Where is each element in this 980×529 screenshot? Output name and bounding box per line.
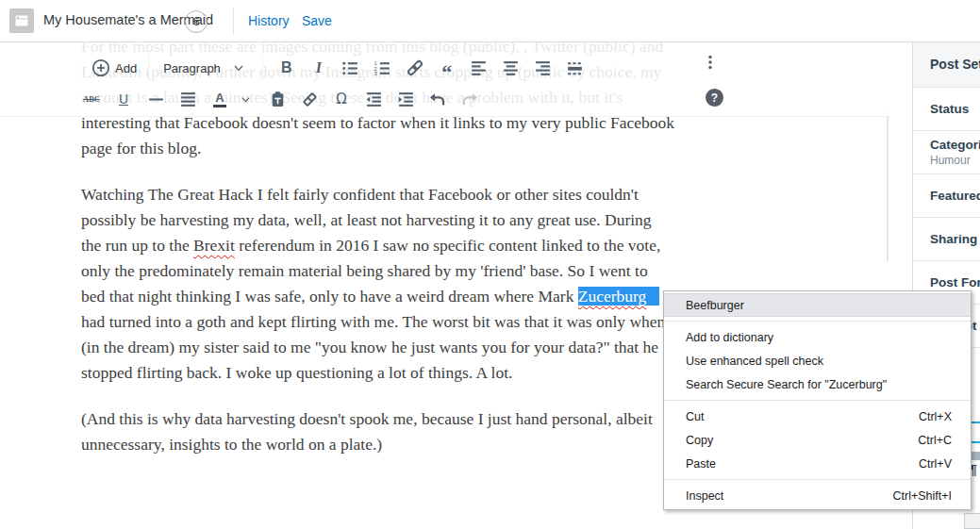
bold-button[interactable]: B: [277, 57, 296, 79]
text-segment: page for this blog.: [81, 139, 201, 157]
context-menu-item-paste[interactable]: PasteCtrl+V: [664, 452, 971, 475]
help-icon: ?: [711, 91, 718, 105]
bulleted-list-icon: [341, 59, 359, 77]
site-placeholder-icon: [13, 12, 30, 29]
text-segment: stopped flirting back. I woke up questio…: [81, 363, 512, 382]
blockquote-button[interactable]: “: [438, 57, 457, 79]
menu-item-label: Cut: [686, 410, 704, 423]
insert-link-button[interactable]: [406, 57, 424, 79]
underline-button[interactable]: U: [114, 88, 133, 110]
read-more-button[interactable]: [566, 57, 585, 79]
revisions-badge[interactable]: 6: [185, 10, 208, 33]
scrollbar-thumb[interactable]: [887, 110, 889, 261]
text-segment: referendum in 2016 I saw no specific con…: [235, 236, 660, 255]
text-line: bed that night thinking I was safe, only…: [81, 284, 741, 309]
editor-toolbar: Add Paragraph B I 123: [0, 41, 890, 117]
menu-item-shortcut: Ctrl+V: [919, 457, 952, 471]
context-menu-item-cut[interactable]: CutCtrl+X: [664, 405, 971, 428]
menu-item-shortcut: Ctrl+Shift+I: [892, 489, 952, 503]
horizontal-rule-icon: [147, 91, 165, 108]
justify-button[interactable]: [178, 88, 197, 110]
save-link[interactable]: Save: [302, 13, 332, 28]
text-color-button[interactable]: A: [210, 88, 229, 110]
more-options-button[interactable]: [701, 51, 720, 74]
topbar-divider: [233, 8, 234, 34]
text-line: the run up to the Brexit referendum in 2…: [81, 233, 741, 258]
context-menu-item-inspect[interactable]: InspectCtrl+Shift+I: [664, 484, 971, 507]
text-color-chevron[interactable]: [236, 88, 255, 110]
text-segment: had turned into a goth and kept flirting…: [81, 312, 665, 331]
align-center-icon: [502, 59, 520, 77]
bulleted-list-button[interactable]: [341, 57, 360, 79]
indent-button[interactable]: [396, 88, 415, 110]
text-line: (And this is why data harvesting doesn't…: [81, 406, 741, 432]
sidebar-fragment-box: [964, 513, 980, 529]
menu-item-label: Search Secure Search for "Zucerburg": [686, 378, 887, 391]
paragraph-dropdown-chevron[interactable]: [229, 57, 248, 79]
sidebar-item-status[interactable]: Status: [913, 88, 980, 131]
text-segment: (And this is why data harvesting doesn't…: [81, 409, 653, 428]
svg-text:3: 3: [374, 70, 377, 75]
sidebar-item-label: Status: [930, 102, 980, 116]
paragraph: Watching The Great Hack I felt fairly co…: [81, 182, 741, 386]
add-media-button[interactable]: [91, 57, 110, 79]
link-icon: [406, 58, 424, 77]
misspelled-word: Brexit: [193, 236, 235, 255]
menu-separator: [664, 400, 971, 401]
text-line: page for this blog.: [81, 136, 741, 161]
paste-as-text-button[interactable]: [268, 88, 287, 110]
menu-item-label: Add to dictionary: [686, 331, 773, 344]
align-left-button[interactable]: [470, 57, 489, 79]
text-line: stopped flirting back. I woke up questio…: [81, 360, 741, 386]
context-menu-item-beefburger[interactable]: Beefburger: [664, 293, 971, 317]
paragraph-style-dropdown[interactable]: Paragraph: [163, 57, 221, 79]
menu-item-shortcut: Ctrl+X: [919, 410, 952, 423]
undo-icon: [428, 90, 447, 108]
text-segment: bed that night thinking I was safe, only…: [81, 287, 578, 306]
add-label: Add: [115, 61, 137, 75]
chevron-down-icon: [232, 61, 245, 74]
outdent-button[interactable]: [364, 88, 383, 110]
sidebar-item-label: Sharing: [930, 232, 980, 246]
menu-item-label: Paste: [686, 457, 716, 471]
context-menu-item-add-to-dictionary[interactable]: Add to dictionary: [664, 325, 971, 349]
sidebar-item-featured-image[interactable]: Featured Image: [913, 174, 980, 218]
text-segment: the run up to the: [81, 236, 193, 255]
text-segment: (in the dream) my sister said to me "you…: [81, 338, 658, 356]
sidebar-item-label: Featured Image: [930, 189, 980, 203]
sidebar-item-sharing[interactable]: Sharing: [913, 218, 980, 261]
site-icon[interactable]: [9, 8, 34, 33]
italic-button[interactable]: I: [309, 57, 328, 79]
text-line: only the predominately remain material b…: [81, 258, 741, 284]
undo-button[interactable]: [428, 88, 447, 110]
eraser-icon: [301, 91, 319, 108]
numbered-list-button[interactable]: 123: [374, 57, 392, 79]
menu-separator: [664, 321, 971, 322]
history-link[interactable]: History: [248, 13, 290, 28]
clear-formatting-button[interactable]: [300, 88, 319, 110]
bold-icon: B: [281, 59, 292, 76]
top-bar: My Housemate's a Mermaid 6 History Save: [0, 0, 980, 42]
text-color-icon: A: [213, 91, 225, 107]
text-line: Watching The Great Hack I felt fairly co…: [81, 182, 741, 207]
read-more-icon: [566, 59, 584, 77]
special-character-button[interactable]: Ω: [332, 88, 351, 110]
context-menu-item-search-secure-search-for-zucerburg[interactable]: Search Secure Search for "Zucerburg": [664, 372, 971, 396]
context-menu-item-copy[interactable]: CopyCtrl+C: [664, 428, 971, 452]
context-menu-item-use-enhanced-spell-check[interactable]: Use enhanced spell check: [664, 349, 971, 372]
numbered-list-icon: 123: [374, 59, 391, 77]
text-segment: unnecessary, insights to the world on a …: [81, 435, 382, 454]
chevron-down-icon: [240, 93, 252, 106]
text-line: had turned into a goth and kept flirting…: [81, 309, 741, 335]
help-button[interactable]: ?: [706, 89, 723, 107]
strikethrough-icon: ABC: [83, 94, 100, 104]
align-right-button[interactable]: [534, 57, 553, 79]
align-center-button[interactable]: [502, 57, 521, 79]
horizontal-rule-button[interactable]: [146, 88, 165, 110]
italic-icon: I: [316, 59, 322, 76]
underline-icon: U: [119, 91, 128, 107]
sidebar-item-categories[interactable]: CategoriesHumour: [913, 131, 980, 174]
menu-separator: [664, 479, 971, 480]
redo-button[interactable]: [460, 88, 479, 110]
strikethrough-button[interactable]: ABC: [82, 88, 101, 110]
